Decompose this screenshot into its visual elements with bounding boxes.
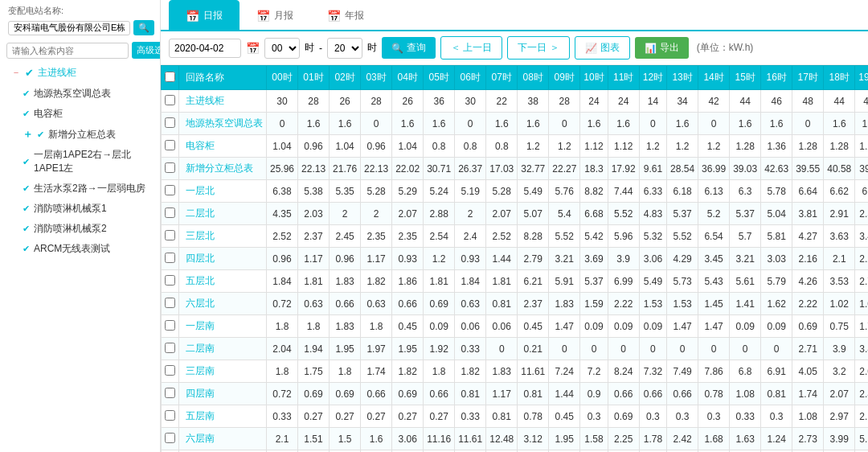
row-checkbox[interactable] (165, 410, 175, 421)
row-checkbox[interactable] (165, 95, 175, 105)
tree-child-item[interactable]: ✔ 一层南1APE2右→层北1APE1左 (0, 145, 160, 179)
data-cell: 1.6 (424, 113, 455, 135)
tree-child-item[interactable]: ✔ 消防喷淋机械泵2 (0, 219, 160, 239)
data-cell: 1.47 (667, 315, 698, 338)
row-checkbox-cell (162, 135, 179, 158)
data-cell: 1.17 (486, 383, 518, 405)
tree-child-item[interactable]: ✔ 地源热泵空调总表 (0, 84, 160, 104)
circuit-name-cell[interactable]: 二层南 (179, 338, 267, 360)
data-cell: 2.52 (855, 203, 868, 225)
data-cell: 6.18 (667, 180, 698, 203)
tree-child-label: 一层南1APE2右→层北1APE1左 (34, 148, 152, 175)
data-cell: 39.55 (792, 158, 824, 180)
search-input[interactable] (6, 43, 129, 59)
row-checkbox[interactable] (165, 298, 175, 308)
data-cell: 5.28 (486, 180, 518, 203)
row-checkbox[interactable] (165, 343, 175, 353)
advanced-select-button[interactable]: 高级选择 (132, 42, 161, 59)
hour-end-select[interactable]: 20212223 (327, 38, 362, 59)
circuit-name-cell[interactable]: 地源热泵空调总表 (179, 113, 267, 135)
circuit-name-cell[interactable]: 三层南 (179, 360, 267, 383)
data-cell: 5.91 (549, 270, 580, 293)
circuit-name-cell[interactable]: 二层北 (179, 203, 267, 225)
substation-input[interactable] (8, 21, 130, 35)
header-05h: 05时 (424, 66, 455, 90)
data-cell: 14 (639, 90, 666, 113)
circuit-name-cell[interactable]: 一层北 (179, 180, 267, 203)
row-checkbox[interactable] (165, 388, 175, 398)
data-cell: 3.99 (824, 428, 855, 450)
tree-child-item[interactable]: ✔ 电容柜 (0, 104, 160, 124)
data-cell: 1.84 (455, 270, 486, 293)
data-cell: 1.63 (730, 428, 761, 450)
circuit-name-cell[interactable]: 六层北 (179, 293, 267, 315)
data-cell: 4.35 (267, 203, 298, 225)
circuit-name-cell[interactable]: 三层北 (179, 225, 267, 248)
data-cell: 5.04 (761, 203, 792, 225)
circuit-name-cell[interactable]: 四层南 (179, 383, 267, 405)
chart-button[interactable]: 📈 图表 (575, 36, 630, 60)
row-checkbox[interactable] (165, 365, 175, 376)
circuit-name-cell[interactable]: 电容柜 (179, 135, 267, 158)
circuit-name-cell[interactable]: 六层南 (179, 428, 267, 450)
data-cell: 2 (330, 203, 361, 225)
circuit-name-cell[interactable]: 五层南 (179, 405, 267, 428)
row-checkbox[interactable] (165, 253, 175, 263)
hour-start-select[interactable]: 000102 (264, 38, 300, 59)
header-06h: 06时 (455, 66, 486, 90)
data-cell: 5.32 (639, 225, 666, 248)
data-table-container: 回路名称 00时 01时 02时 03时 04时 05时 06时 07时 08时… (161, 65, 868, 452)
tree-child-item[interactable]: ✔ ARCM无线表测试 (0, 239, 160, 259)
data-cell: 0 (267, 113, 298, 135)
row-checkbox[interactable] (165, 140, 175, 150)
row-checkbox-cell (162, 293, 179, 315)
circuit-name-cell[interactable]: 一层南 (179, 315, 267, 338)
data-cell: 3.2 (824, 360, 855, 383)
circuit-name-cell[interactable]: 主进线柜 (179, 90, 267, 113)
row-checkbox[interactable] (165, 162, 175, 173)
circuit-name-cell[interactable]: 五层北 (179, 270, 267, 293)
tab-monthly-label: 月报 (274, 9, 293, 23)
export-button[interactable]: 📊 导出 (635, 37, 689, 59)
data-cell: 1.6 (330, 113, 361, 135)
data-cell: 6.33 (639, 180, 666, 203)
row-checkbox[interactable] (165, 320, 175, 331)
row-checkbox[interactable] (165, 275, 175, 286)
tree-child-item[interactable]: ✔ 消防喷淋机械泵1 (0, 199, 160, 219)
circuit-name-cell[interactable]: 四层北 (179, 248, 267, 270)
tab-monthly[interactable]: 📅 月报 (240, 0, 310, 31)
header-17h: 17时 (792, 66, 824, 90)
tree-child-item-plus[interactable]: ＋ ✔ 新增分立柜总表 (0, 124, 160, 145)
data-cell: 1.8 (330, 360, 361, 383)
circuit-name-cell[interactable]: 新增分立柜总表 (179, 158, 267, 180)
data-cell: 11.16 (424, 428, 455, 450)
next-day-button[interactable]: 下一日 ＞ (507, 36, 569, 60)
tab-yearly[interactable]: 📅 年报 (310, 0, 381, 31)
substation-search-button[interactable]: 🔍 (133, 20, 154, 35)
row-checkbox[interactable] (165, 117, 175, 128)
separator: - (319, 43, 322, 54)
row-checkbox[interactable] (165, 208, 175, 218)
tree-child-item[interactable]: ✔ 生活水泵2路→一层弱电房 (0, 179, 160, 199)
tree-node-main[interactable]: － ✔ 主进线柜 (0, 62, 160, 84)
row-checkbox[interactable] (165, 433, 175, 443)
data-cell: 6.68 (580, 203, 608, 225)
row-checkbox[interactable] (165, 230, 175, 240)
prev-day-button[interactable]: ＜ 上一日 (440, 36, 502, 60)
tree-section: － ✔ 主进线柜 ✔ 地源热泵空调总表 ✔ 电容柜 ＋ ✔ 新增分立柜总表 ✔ … (0, 62, 160, 452)
check-icon: ✔ (23, 183, 30, 194)
query-button[interactable]: 🔍 查询 (382, 37, 436, 59)
data-cell: 24 (580, 90, 608, 113)
row-checkbox[interactable] (165, 185, 175, 195)
select-all-checkbox[interactable] (165, 72, 175, 82)
data-cell: 1.77 (855, 315, 868, 338)
tab-yearly-label: 年报 (345, 9, 364, 23)
data-cell: 2.22 (608, 293, 639, 315)
data-cell: 5.35 (330, 180, 361, 203)
date-input[interactable] (169, 39, 241, 58)
data-cell: 1.8 (267, 315, 298, 338)
data-cell: 0.78 (698, 383, 730, 405)
tab-daily[interactable]: 📅 日报 (169, 0, 240, 31)
chart-icon: 📈 (585, 43, 597, 54)
table-row: 六层北0.720.630.660.630.660.690.630.812.371… (162, 293, 869, 315)
